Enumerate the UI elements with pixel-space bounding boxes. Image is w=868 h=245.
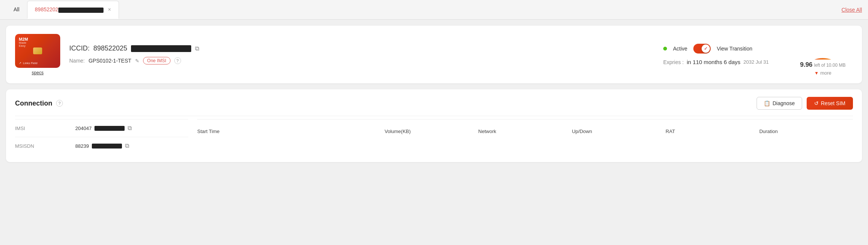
- status-row: Active ✓ View Transition: [663, 44, 784, 54]
- name-value: GPS0102-1-TEST: [88, 58, 131, 64]
- gauge-of-label: left of 10.00 MB: [814, 63, 845, 68]
- status-dot: [663, 47, 667, 51]
- tab-iccid-redacted: [58, 8, 104, 13]
- iccid-value: 898522025: [93, 44, 127, 52]
- diagnose-label: Diagnose: [772, 100, 795, 106]
- imsi-label: IMSI: [15, 126, 75, 131]
- imsi-value: 204047 ⧉: [75, 125, 132, 132]
- reset-label: Reset SIM: [821, 100, 845, 106]
- sim-chip: [33, 47, 42, 54]
- divider: [15, 116, 853, 116]
- gauge-left-value: 9.96: [800, 61, 812, 68]
- sim-card-visual: M2M Made Easy ↗ Links Field: [15, 34, 60, 68]
- connection-help-icon[interactable]: ?: [56, 100, 63, 107]
- msisdn-row: MSISDN 88239 ⧉: [15, 137, 188, 155]
- tabs-bar: All 89852202 × Close All: [0, 0, 868, 20]
- connection-panel: Connection ? 📋 Diagnose ↺ Reset SIM IMSI…: [6, 89, 862, 162]
- th-start-time: Start Time: [197, 129, 385, 134]
- sim-logo: M2M Made Easy: [19, 37, 56, 48]
- th-duration: Duration: [759, 129, 853, 134]
- table-headers: Start Time Volume(KB) Network Up/Down RA…: [197, 124, 853, 139]
- sim-card-container: M2M Made Easy ↗ Links Field specs: [15, 34, 60, 75]
- data-col-left: IMSI 204047 ⧉ MSISDN 88239 ⧉: [15, 119, 188, 155]
- tab-close-icon[interactable]: ×: [108, 6, 111, 12]
- iccid-redacted: [131, 45, 191, 52]
- gauge-text: 9.96 left of 10.00 MB: [800, 61, 845, 69]
- specs-link[interactable]: specs: [32, 70, 43, 75]
- name-label: Name:: [69, 58, 85, 64]
- expiry-value: in 110 months 6 days: [687, 59, 740, 65]
- expiry-label: Expries :: [663, 59, 684, 65]
- sim-brand-icon: ↗: [19, 61, 21, 65]
- diagnose-icon: 📋: [764, 100, 770, 106]
- connection-header: Connection ? 📋 Diagnose ↺ Reset SIM: [15, 97, 853, 110]
- tab-all-label: All: [14, 6, 20, 12]
- sim-panel: M2M Made Easy ↗ Links Field specs ICCID:…: [6, 26, 862, 83]
- sim-m2m-text: M2M: [19, 37, 56, 41]
- name-row: Name: GPS0102-1-TEST ✎ One IMSI ?: [69, 57, 654, 64]
- copy-imsi-icon[interactable]: ⧉: [128, 125, 132, 132]
- th-updown: Up/Down: [572, 129, 665, 134]
- sim-brand: ↗ Links Field: [19, 61, 56, 65]
- th-rat: RAT: [665, 129, 759, 134]
- sim-info: ICCID: 898522025 ⧉ Name: GPS0102-1-TEST …: [69, 44, 654, 64]
- table-section: Start Time Volume(KB) Network Up/Down RA…: [197, 119, 853, 155]
- toggle-knob: ✓: [702, 44, 710, 53]
- connection-title-row: Connection ?: [15, 100, 63, 107]
- copy-iccid-icon[interactable]: ⧉: [195, 45, 199, 52]
- connection-title: Connection: [15, 100, 52, 107]
- connection-actions: 📋 Diagnose ↺ Reset SIM: [757, 97, 853, 110]
- data-area: IMSI 204047 ⧉ MSISDN 88239 ⧉: [15, 119, 853, 155]
- view-transition-link[interactable]: View Transition: [717, 46, 752, 52]
- iccid-row: ICCID: 898522025 ⧉: [69, 44, 654, 52]
- gauge-more-button[interactable]: ▼ more: [814, 70, 831, 76]
- copy-msisdn-icon[interactable]: ⧉: [125, 142, 129, 149]
- expiry-row: Expries : in 110 months 6 days 2032 Jul …: [663, 59, 784, 65]
- msisdn-value: 88239 ⧉: [75, 142, 129, 149]
- diagnose-button[interactable]: 📋 Diagnose: [757, 97, 802, 110]
- iccid-label: ICCID:: [69, 44, 90, 52]
- toggle-switch[interactable]: ✓: [693, 44, 711, 54]
- gauge-area: 9.96 left of 10.00 MB ▼ more: [793, 33, 853, 76]
- expiry-date: 2032 Jul 31: [743, 59, 769, 65]
- chevron-down-icon: ▼: [814, 70, 819, 76]
- status-text: Active: [673, 46, 687, 52]
- gauge-container: [798, 33, 847, 60]
- tab-active-sim[interactable]: 89852202 ×: [27, 1, 119, 18]
- msisdn-label: MSISDN: [15, 143, 75, 149]
- th-volume: Volume(KB): [385, 129, 478, 134]
- th-network: Network: [478, 129, 572, 134]
- reset-icon: ↺: [814, 100, 819, 106]
- one-imsi-badge: One IMSI: [143, 57, 171, 64]
- close-all-button[interactable]: Close All: [842, 7, 862, 13]
- gauge-svg: [798, 33, 847, 60]
- status-area: Active ✓ View Transition Expries : in 11…: [663, 44, 784, 65]
- more-label: more: [820, 70, 831, 76]
- imsi-row: IMSI 204047 ⧉: [15, 119, 188, 137]
- one-imsi-help-icon[interactable]: ?: [174, 57, 181, 64]
- edit-name-icon[interactable]: ✎: [135, 58, 139, 64]
- table-header-wrapper: Start Time Volume(KB) Network Up/Down RA…: [197, 119, 853, 139]
- tab-sim-label: 89852202: [35, 6, 104, 12]
- reset-sim-button[interactable]: ↺ Reset SIM: [807, 97, 853, 110]
- tab-all[interactable]: All: [6, 1, 27, 18]
- toggle-check-icon: ✓: [704, 46, 708, 51]
- msisdn-redacted: [92, 144, 122, 149]
- imsi-redacted: [94, 126, 125, 131]
